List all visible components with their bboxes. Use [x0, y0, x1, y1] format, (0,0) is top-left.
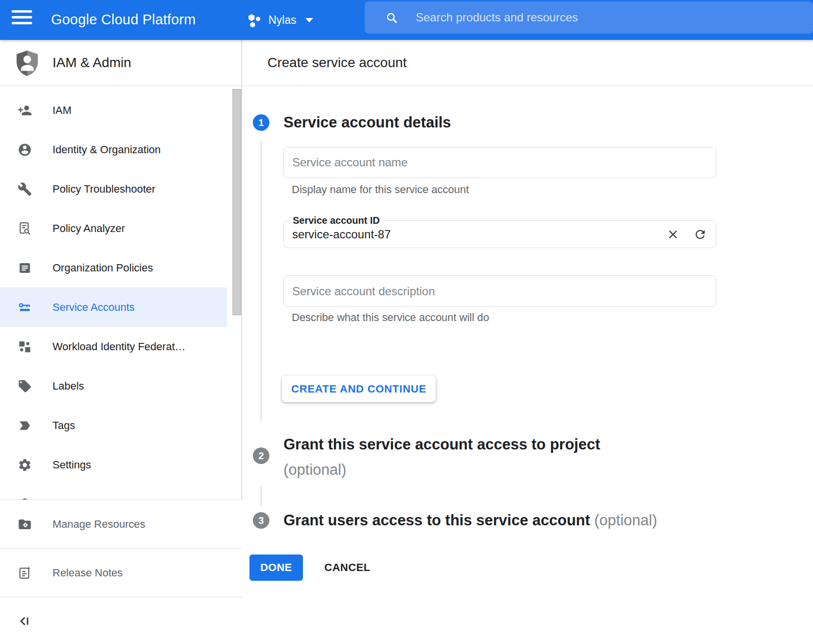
service-account-name-helper: Display name for this service account: [292, 183, 469, 196]
page-header: Create service account: [243, 40, 813, 86]
sidebar-header: IAM & Admin: [0, 40, 242, 86]
step-3-indicator: 3: [253, 512, 269, 529]
sidebar-item-release-notes[interactable]: Release Notes: [0, 549, 242, 597]
sidebar-item-label: Policy Troubleshooter: [53, 183, 156, 196]
project-name: Nylas: [268, 14, 297, 27]
sidebar-item-label: Release Notes: [53, 567, 123, 579]
arrow-tag-icon: [18, 418, 32, 433]
document-search-icon: [18, 221, 32, 236]
sidebar-collapse-row: [0, 597, 242, 644]
sidebar-item-label: Labels: [53, 380, 84, 393]
sidebar: IAM & Admin IAMIdentity & OrganizationPo…: [0, 40, 242, 644]
document-lines-icon: [18, 261, 32, 275]
sidebar-scrollbar[interactable]: [232, 89, 241, 315]
step-1-indicator: 1: [253, 114, 269, 131]
menu-icon[interactable]: [12, 10, 32, 25]
service-account-description-field: [283, 275, 716, 307]
cancel-button[interactable]: CANCEL: [324, 555, 371, 581]
key-icon: [18, 300, 32, 315]
step-1-title: Service account details: [283, 114, 451, 131]
search-icon: [385, 11, 398, 24]
service-account-id-input[interactable]: [292, 228, 666, 241]
wrench-icon: [18, 182, 32, 197]
gcp-logo[interactable]: Google Cloud Platform: [51, 0, 196, 40]
sidebar-nav: IAMIdentity & OrganizationPolicy Trouble…: [0, 87, 242, 500]
search-bar: [365, 1, 813, 34]
step-3-title-text: Grant users access to this service accou…: [283, 512, 590, 529]
step-2-title-line2: (optional): [283, 457, 600, 483]
sidebar-item-label: Settings: [53, 459, 91, 471]
project-selector[interactable]: Nylas: [246, 0, 313, 40]
main-content: Create service account 1 Service account…: [243, 40, 813, 644]
search-input[interactable]: [416, 11, 803, 24]
service-account-id-field: Service account ID: [283, 220, 716, 248]
sidebar-item-label: Identity & Organization: [53, 143, 161, 156]
sidebar-item-identity-organization[interactable]: Identity & Organization: [0, 130, 227, 169]
sidebar-item-label: Organization Policies: [53, 262, 153, 274]
step-2-indicator: 2: [253, 447, 269, 464]
person-circle-icon: [18, 143, 32, 157]
sidebar-item-privacy-security[interactable]: Privacy & Security: [0, 484, 227, 500]
step-3-title: Grant users access to this service accou…: [283, 512, 657, 529]
refresh-icon[interactable]: [693, 228, 707, 241]
sidebar-item-labels[interactable]: Labels: [0, 366, 227, 406]
mosaic-icon: [18, 340, 32, 354]
sidebar-item-label: Service Accounts: [53, 301, 135, 314]
collapse-sidebar-icon[interactable]: [18, 614, 32, 628]
sidebar-item-policy-analyzer[interactable]: Policy Analyzer: [0, 209, 227, 248]
sidebar-item-workload-identity-federat[interactable]: Workload Identity Federat…: [0, 327, 227, 366]
sidebar-item-label: Workload Identity Federat…: [53, 340, 186, 353]
step-connector-2: [261, 486, 262, 506]
clear-icon[interactable]: [666, 228, 680, 241]
sidebar-item-policy-troubleshooter[interactable]: Policy Troubleshooter: [0, 169, 227, 209]
project-hexagons-icon: [246, 12, 263, 28]
sidebar-item-iam[interactable]: IAM: [0, 90, 227, 130]
gcp-console: Google Cloud Platform Nylas IAM & Admin …: [0, 0, 813, 644]
folder-gear-icon: [18, 517, 32, 532]
sidebar-footer: Manage ResourcesRelease Notes: [0, 500, 242, 644]
service-account-description-helper: Describe what this service account will …: [292, 311, 489, 324]
sidebar-item-label: Tags: [53, 419, 75, 432]
step-connector-1: [261, 141, 262, 421]
chevron-down-icon: [305, 18, 313, 22]
service-account-name-input[interactable]: [292, 156, 716, 169]
service-account-id-label: Service account ID: [290, 215, 383, 226]
app-bar: Google Cloud Platform Nylas: [0, 0, 813, 40]
service-account-description-input[interactable]: [292, 285, 716, 298]
document-sparkle-icon: [18, 566, 32, 580]
sidebar-item-tags[interactable]: Tags: [0, 406, 227, 445]
person-add-icon: [18, 103, 32, 118]
service-account-name-field: [283, 147, 716, 178]
iam-admin-shield-icon: [14, 49, 41, 77]
sidebar-item-settings[interactable]: Settings: [0, 445, 227, 484]
sidebar-item-service-accounts[interactable]: Service Accounts: [0, 287, 227, 327]
step-2-title-line1: Grant this service account access to pro…: [283, 432, 600, 457]
page-title: Create service account: [267, 40, 406, 86]
step-2-title: Grant this service account access to pro…: [283, 432, 600, 483]
gear-icon: [18, 458, 32, 472]
sidebar-item-label: Policy Analyzer: [53, 222, 125, 235]
sidebar-item-organization-policies[interactable]: Organization Policies: [0, 248, 227, 287]
sidebar-item-label: IAM: [53, 104, 71, 117]
tag-icon: [18, 379, 32, 394]
create-and-continue-button[interactable]: CREATE AND CONTINUE: [282, 376, 436, 402]
done-button[interactable]: DONE: [249, 555, 303, 581]
step-3-title-optional: (optional): [594, 512, 657, 529]
sidebar-item-label: Manage Resources: [53, 518, 145, 531]
sidebar-title: IAM & Admin: [53, 55, 131, 71]
sidebar-item-manage-resources[interactable]: Manage Resources: [0, 500, 242, 549]
